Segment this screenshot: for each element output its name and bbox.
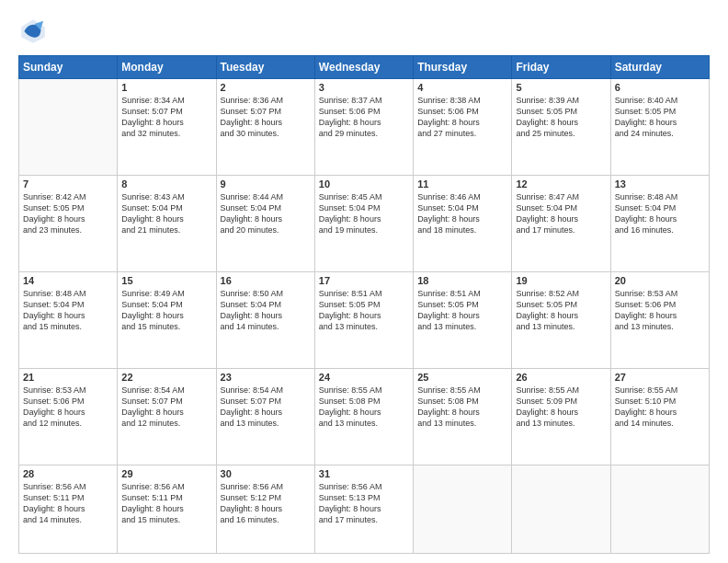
day-number: 5 <box>516 82 606 93</box>
calendar-cell: 4Sunrise: 8:38 AM Sunset: 5:06 PM Daylig… <box>414 79 512 176</box>
cell-info: Sunrise: 8:53 AM Sunset: 5:06 PM Dayligh… <box>615 288 705 333</box>
day-number: 28 <box>23 468 113 479</box>
cell-info: Sunrise: 8:50 AM Sunset: 5:04 PM Dayligh… <box>221 288 311 333</box>
calendar-cell <box>19 79 118 176</box>
calendar-cell: 19Sunrise: 8:52 AM Sunset: 5:05 PM Dayli… <box>512 271 610 368</box>
page: SundayMondayTuesdayWednesdayThursdayFrid… <box>0 0 728 563</box>
cell-info: Sunrise: 8:55 AM Sunset: 5:09 PM Dayligh… <box>516 385 606 430</box>
cell-info: Sunrise: 8:42 AM Sunset: 5:05 PM Dayligh… <box>23 191 113 236</box>
cell-info: Sunrise: 8:45 AM Sunset: 5:04 PM Dayligh… <box>319 191 409 236</box>
cell-info: Sunrise: 8:56 AM Sunset: 5:11 PM Dayligh… <box>121 481 211 526</box>
header-row: SundayMondayTuesdayWednesdayThursdayFrid… <box>19 56 710 79</box>
day-header-tuesday: Tuesday <box>216 56 314 79</box>
calendar-table: SundayMondayTuesdayWednesdayThursdayFrid… <box>18 55 710 554</box>
calendar-cell: 30Sunrise: 8:56 AM Sunset: 5:12 PM Dayli… <box>216 465 314 553</box>
day-number: 12 <box>516 178 606 190</box>
calendar-cell: 1Sunrise: 8:34 AM Sunset: 5:07 PM Daylig… <box>118 79 216 176</box>
day-header-thursday: Thursday <box>414 56 512 79</box>
cell-info: Sunrise: 8:55 AM Sunset: 5:10 PM Dayligh… <box>615 385 705 430</box>
calendar-cell: 7Sunrise: 8:42 AM Sunset: 5:05 PM Daylig… <box>19 175 118 271</box>
week-row-3: 14Sunrise: 8:48 AM Sunset: 5:04 PM Dayli… <box>19 271 710 368</box>
cell-info: Sunrise: 8:48 AM Sunset: 5:04 PM Dayligh… <box>23 288 113 333</box>
day-number: 19 <box>516 275 606 286</box>
day-number: 27 <box>615 372 705 383</box>
calendar-cell: 12Sunrise: 8:47 AM Sunset: 5:04 PM Dayli… <box>512 175 610 271</box>
calendar-cell: 22Sunrise: 8:54 AM Sunset: 5:07 PM Dayli… <box>118 368 216 465</box>
cell-info: Sunrise: 8:34 AM Sunset: 5:07 PM Dayligh… <box>121 95 211 140</box>
cell-info: Sunrise: 8:38 AM Sunset: 5:06 PM Dayligh… <box>417 95 507 140</box>
day-header-wednesday: Wednesday <box>314 56 413 79</box>
day-number: 9 <box>221 178 311 190</box>
cell-info: Sunrise: 8:46 AM Sunset: 5:04 PM Dayligh… <box>417 191 507 236</box>
day-header-monday: Monday <box>118 56 216 79</box>
calendar-cell: 29Sunrise: 8:56 AM Sunset: 5:11 PM Dayli… <box>118 465 216 553</box>
calendar-cell: 6Sunrise: 8:40 AM Sunset: 5:05 PM Daylig… <box>610 79 709 176</box>
logo-icon <box>18 17 48 46</box>
calendar-cell: 8Sunrise: 8:43 AM Sunset: 5:04 PM Daylig… <box>118 175 216 271</box>
week-row-4: 21Sunrise: 8:53 AM Sunset: 5:06 PM Dayli… <box>19 368 710 465</box>
calendar-cell: 23Sunrise: 8:54 AM Sunset: 5:07 PM Dayli… <box>216 368 314 465</box>
calendar-cell: 10Sunrise: 8:45 AM Sunset: 5:04 PM Dayli… <box>314 175 413 271</box>
cell-info: Sunrise: 8:44 AM Sunset: 5:04 PM Dayligh… <box>221 191 311 236</box>
day-number: 4 <box>417 82 507 93</box>
day-number: 21 <box>23 372 113 383</box>
cell-info: Sunrise: 8:36 AM Sunset: 5:07 PM Dayligh… <box>221 95 311 140</box>
calendar-cell: 21Sunrise: 8:53 AM Sunset: 5:06 PM Dayli… <box>19 368 118 465</box>
day-number: 2 <box>221 82 311 93</box>
day-number: 18 <box>417 275 507 286</box>
cell-info: Sunrise: 8:55 AM Sunset: 5:08 PM Dayligh… <box>417 385 507 430</box>
calendar-cell: 9Sunrise: 8:44 AM Sunset: 5:04 PM Daylig… <box>216 175 314 271</box>
day-number: 30 <box>221 468 311 479</box>
day-header-saturday: Saturday <box>610 56 709 79</box>
day-number: 6 <box>615 82 705 93</box>
calendar-cell: 15Sunrise: 8:49 AM Sunset: 5:04 PM Dayli… <box>118 271 216 368</box>
cell-info: Sunrise: 8:47 AM Sunset: 5:04 PM Dayligh… <box>516 191 606 236</box>
cell-info: Sunrise: 8:54 AM Sunset: 5:07 PM Dayligh… <box>221 385 311 430</box>
cell-info: Sunrise: 8:51 AM Sunset: 5:05 PM Dayligh… <box>417 288 507 333</box>
calendar-cell: 16Sunrise: 8:50 AM Sunset: 5:04 PM Dayli… <box>216 271 314 368</box>
day-number: 25 <box>417 372 507 383</box>
day-number: 17 <box>319 275 409 286</box>
cell-info: Sunrise: 8:54 AM Sunset: 5:07 PM Dayligh… <box>121 385 211 430</box>
week-row-2: 7Sunrise: 8:42 AM Sunset: 5:05 PM Daylig… <box>19 175 710 271</box>
day-number: 29 <box>121 468 211 479</box>
cell-info: Sunrise: 8:37 AM Sunset: 5:06 PM Dayligh… <box>319 95 409 140</box>
calendar-cell: 18Sunrise: 8:51 AM Sunset: 5:05 PM Dayli… <box>414 271 512 368</box>
calendar-cell: 5Sunrise: 8:39 AM Sunset: 5:05 PM Daylig… <box>512 79 610 176</box>
calendar-cell: 25Sunrise: 8:55 AM Sunset: 5:08 PM Dayli… <box>414 368 512 465</box>
calendar-cell: 20Sunrise: 8:53 AM Sunset: 5:06 PM Dayli… <box>610 271 709 368</box>
calendar-cell: 3Sunrise: 8:37 AM Sunset: 5:06 PM Daylig… <box>314 79 413 176</box>
calendar-cell: 13Sunrise: 8:48 AM Sunset: 5:04 PM Dayli… <box>610 175 709 271</box>
cell-info: Sunrise: 8:39 AM Sunset: 5:05 PM Dayligh… <box>516 95 606 140</box>
cell-info: Sunrise: 8:51 AM Sunset: 5:05 PM Dayligh… <box>319 288 409 333</box>
cell-info: Sunrise: 8:49 AM Sunset: 5:04 PM Dayligh… <box>121 288 211 333</box>
cell-info: Sunrise: 8:48 AM Sunset: 5:04 PM Dayligh… <box>615 191 705 236</box>
calendar-cell <box>610 465 709 553</box>
header <box>18 17 710 46</box>
day-number: 22 <box>121 372 211 383</box>
calendar-cell <box>414 465 512 553</box>
day-number: 10 <box>319 178 409 190</box>
cell-info: Sunrise: 8:53 AM Sunset: 5:06 PM Dayligh… <box>23 385 113 430</box>
calendar-cell: 14Sunrise: 8:48 AM Sunset: 5:04 PM Dayli… <box>19 271 118 368</box>
day-number: 23 <box>221 372 311 383</box>
day-number: 11 <box>417 178 507 190</box>
logo <box>18 17 51 46</box>
calendar-cell: 17Sunrise: 8:51 AM Sunset: 5:05 PM Dayli… <box>314 271 413 368</box>
calendar-cell <box>512 465 610 553</box>
calendar-cell: 2Sunrise: 8:36 AM Sunset: 5:07 PM Daylig… <box>216 79 314 176</box>
calendar-cell: 26Sunrise: 8:55 AM Sunset: 5:09 PM Dayli… <box>512 368 610 465</box>
cell-info: Sunrise: 8:52 AM Sunset: 5:05 PM Dayligh… <box>516 288 606 333</box>
day-number: 16 <box>221 275 311 286</box>
day-header-sunday: Sunday <box>19 56 118 79</box>
day-number: 15 <box>121 275 211 286</box>
day-number: 14 <box>23 275 113 286</box>
cell-info: Sunrise: 8:40 AM Sunset: 5:05 PM Dayligh… <box>615 95 705 140</box>
cell-info: Sunrise: 8:43 AM Sunset: 5:04 PM Dayligh… <box>121 191 211 236</box>
cell-info: Sunrise: 8:55 AM Sunset: 5:08 PM Dayligh… <box>319 385 409 430</box>
day-number: 7 <box>23 178 113 190</box>
day-number: 8 <box>121 178 211 190</box>
calendar-cell: 27Sunrise: 8:55 AM Sunset: 5:10 PM Dayli… <box>610 368 709 465</box>
cell-info: Sunrise: 8:56 AM Sunset: 5:12 PM Dayligh… <box>221 481 311 526</box>
day-number: 13 <box>615 178 705 190</box>
